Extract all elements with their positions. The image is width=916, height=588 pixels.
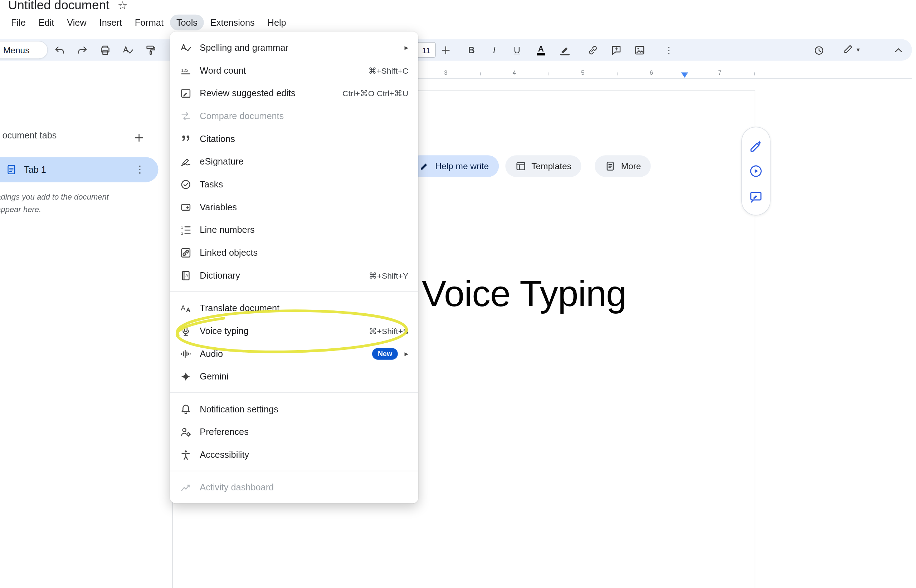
menu-shortcut: ⌘+Shift+Y (369, 271, 409, 280)
menu-item-variables[interactable]: Variables (170, 195, 418, 218)
document-heading-text[interactable]: Voice Typing (422, 271, 626, 315)
menubar-item-help[interactable]: Help (261, 15, 293, 31)
svg-text:2: 2 (181, 231, 183, 235)
menu-item-compare-documents: Compare documents (170, 105, 418, 127)
translate-icon: A (179, 301, 193, 315)
chevron-down-icon: ▾ (857, 46, 860, 54)
tools-menu: Spelling and grammar▸123Word count⌘+Shif… (170, 31, 418, 503)
menu-item-citations[interactable]: Citations (170, 127, 418, 150)
menu-item-notification-settings[interactable]: Notification settings (170, 398, 418, 421)
menubar-item-file[interactable]: File (5, 15, 32, 31)
tasks-icon (179, 178, 193, 191)
bold-button[interactable]: B (463, 42, 480, 58)
insert-image-button[interactable] (631, 42, 648, 58)
font-size-increase-button[interactable] (437, 42, 455, 58)
tab-options-kebab-icon[interactable]: ⋮ (135, 157, 145, 182)
version-history-button[interactable] (810, 42, 828, 58)
document-title[interactable]: Untitled document (8, 0, 110, 13)
undo-button[interactable] (51, 42, 68, 58)
menus-button[interactable]: Menus (0, 41, 48, 59)
preferences-icon (179, 425, 193, 439)
pen-icon (419, 161, 430, 172)
menubar: FileEditViewInsertFormatToolsExtensionsH… (5, 15, 293, 31)
underline-button[interactable]: U (508, 42, 526, 58)
menu-item-activity-dashboard: Activity dashboard (170, 476, 418, 499)
menubar-item-tools[interactable]: Tools (170, 15, 204, 31)
menu-item-translate-document[interactable]: ATranslate document (170, 297, 418, 320)
spellcheck-icon (179, 40, 193, 54)
menubar-item-extensions[interactable]: Extensions (204, 15, 261, 31)
menubar-item-format[interactable]: Format (128, 15, 170, 31)
templates-icon (515, 161, 526, 172)
menu-item-esignature[interactable]: eSignature (170, 150, 418, 173)
doc-plus-icon (605, 161, 616, 172)
add-tab-button[interactable] (129, 128, 148, 147)
font-size-input[interactable]: 11 (416, 42, 436, 58)
more-button[interactable]: More (595, 155, 651, 177)
word-count-icon: 123 (179, 63, 193, 77)
tab-label: Tab 1 (24, 165, 46, 175)
highlight-button[interactable] (556, 42, 574, 58)
tabs-hint-line1: adings you add to the document (0, 191, 109, 203)
menu-item-word-count[interactable]: 123Word count⌘+Shift+C (170, 59, 418, 82)
menu-item-accessibility[interactable]: Accessibility (170, 443, 418, 466)
help-me-write-button[interactable]: Help me write (409, 155, 499, 177)
new-badge: New (372, 348, 398, 359)
pencil-icon (843, 43, 855, 57)
italic-button[interactable]: I (486, 42, 503, 58)
print-button[interactable] (96, 42, 114, 58)
tabs-hint-text: adings you add to the document appear he… (0, 191, 109, 216)
redo-button[interactable] (74, 42, 91, 58)
ruler-tick (617, 72, 618, 75)
menu-item-linked-objects[interactable]: Linked objects (170, 241, 418, 264)
menu-item-spelling-and-grammar[interactable]: Spelling and grammar▸ (170, 36, 418, 59)
help-me-write-icon[interactable] (749, 139, 763, 153)
svg-text:1: 1 (181, 225, 183, 229)
add-comment-button[interactable] (608, 42, 625, 58)
menu-item-preferences[interactable]: Preferences (170, 421, 418, 444)
linked-objects-icon (179, 246, 193, 260)
toolbar: Menus 11 B I U A ⋮ ▾ (0, 39, 912, 60)
accessibility-icon (179, 447, 193, 461)
google-docs-app: Untitled document ☆ FileEditViewInsertFo… (0, 0, 916, 588)
bell-icon (179, 402, 193, 416)
menu-item-gemini[interactable]: Gemini (170, 365, 418, 388)
ruler-tick (686, 72, 686, 75)
text-color-bar (537, 53, 545, 55)
sidebar-tab-1[interactable]: Tab 1 ⋮ (0, 157, 158, 182)
ruler-number: 5 (581, 69, 585, 76)
menubar-item-edit[interactable]: Edit (32, 15, 61, 31)
templates-button[interactable]: Templates (505, 155, 581, 177)
spellcheck-button[interactable] (119, 42, 137, 58)
ruler-number: 4 (512, 69, 516, 76)
more-toolbar-button[interactable]: ⋮ (660, 42, 678, 58)
text-color-letter: A (538, 44, 544, 53)
ruler[interactable]: 34567 (0, 68, 916, 79)
ruler-number: 7 (718, 69, 722, 76)
menu-item-line-numbers[interactable]: 12Line numbers (170, 218, 418, 241)
ruler-tick (549, 72, 549, 75)
play-circle-icon[interactable] (749, 164, 763, 178)
text-color-button[interactable]: A (532, 42, 550, 58)
menubar-item-insert[interactable]: Insert (93, 15, 128, 31)
tabs-hint-line2: appear here. (0, 203, 109, 215)
menu-item-review-suggested-edits[interactable]: Review suggested editsCtrl+⌘O Ctrl+⌘U (170, 82, 418, 105)
hide-menus-button[interactable] (890, 42, 908, 58)
feedback-icon[interactable] (749, 189, 763, 204)
dictionary-icon: A (179, 268, 193, 282)
line-numbers-icon: 12 (179, 223, 193, 237)
paint-format-button[interactable] (142, 42, 160, 58)
menu-divider (170, 471, 418, 472)
svg-text:A: A (181, 304, 186, 312)
star-icon[interactable]: ☆ (118, 0, 128, 12)
menu-item-tasks[interactable]: Tasks (170, 173, 418, 195)
audio-icon (179, 347, 193, 360)
editing-mode-button[interactable]: ▾ (837, 42, 865, 58)
mic-icon (179, 324, 193, 338)
menubar-item-view[interactable]: View (60, 15, 93, 31)
document-tab-icon (6, 164, 18, 176)
menu-item-dictionary[interactable]: ADictionary⌘+Shift+Y (170, 264, 418, 287)
menu-item-voice-typing[interactable]: Voice typing⌘+Shift+S (170, 320, 418, 342)
insert-link-button[interactable] (584, 42, 602, 58)
menu-item-audio[interactable]: AudioNew▸ (170, 342, 418, 365)
